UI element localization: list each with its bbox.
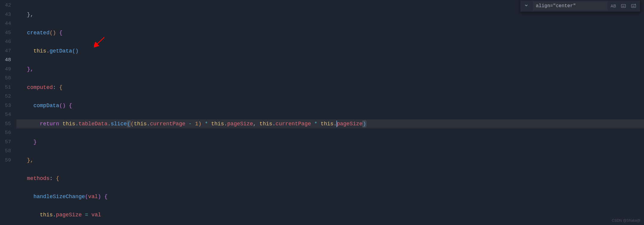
find-widget: AB ab ab — [520, 0, 640, 12]
code-line[interactable]: created() { — [16, 28, 644, 38]
match-case-icon[interactable]: AB — [610, 3, 616, 9]
code-line[interactable]: handleSizeChange(val) { — [16, 192, 644, 201]
line-number: 59 — [0, 156, 11, 165]
svg-text:ab: ab — [632, 5, 635, 7]
line-number: 53 — [0, 101, 11, 110]
line-number: 58 — [0, 147, 11, 156]
line-number: 46 — [0, 37, 11, 47]
line-number: 47 — [0, 47, 11, 56]
code-area[interactable]: }, created() { this.getData() }, compute… — [16, 0, 644, 225]
search-options: AB ab ab — [610, 3, 638, 9]
line-number: 50 — [0, 74, 11, 83]
search-input[interactable] — [533, 1, 607, 10]
line-number: 43 — [0, 10, 11, 19]
toggle-replace-icon[interactable] — [523, 2, 530, 10]
line-number: 55 — [0, 119, 11, 129]
line-number: 51 — [0, 83, 11, 92]
match-whole-word-icon[interactable]: ab — [620, 3, 626, 9]
code-line[interactable]: this.pageSize = val — [16, 210, 644, 220]
line-number: 52 — [0, 92, 11, 101]
line-number: 54 — [0, 110, 11, 119]
code-line[interactable]: } — [16, 138, 644, 147]
line-number-active: 48 — [0, 56, 11, 65]
svg-text:ab: ab — [622, 5, 625, 7]
code-editor: 42 43 44 45 46 47 48 49 50 51 52 53 54 5… — [0, 0, 644, 225]
line-number: 49 — [0, 65, 11, 74]
code-line[interactable]: this.getData() — [16, 47, 644, 56]
code-line[interactable]: methods: { — [16, 174, 644, 183]
code-line[interactable]: computed: { — [16, 83, 644, 92]
code-line[interactable]: compData() { — [16, 101, 644, 110]
use-regex-icon[interactable]: ab — [631, 3, 637, 9]
line-number: 42 — [0, 1, 11, 10]
line-number: 44 — [0, 19, 11, 28]
line-number: 57 — [0, 138, 11, 147]
watermark: CSDN @Shaka@ — [612, 218, 640, 223]
line-number-gutter: 42 43 44 45 46 47 48 49 50 51 52 53 54 5… — [0, 0, 16, 225]
line-number: 56 — [0, 128, 11, 138]
line-number: 45 — [0, 28, 11, 38]
code-line[interactable]: }, — [16, 156, 644, 165]
code-line[interactable]: }, — [16, 65, 644, 74]
code-line-active[interactable]: return this.tableData.slice((this.curren… — [16, 119, 644, 129]
svg-point-5 — [635, 4, 636, 5]
